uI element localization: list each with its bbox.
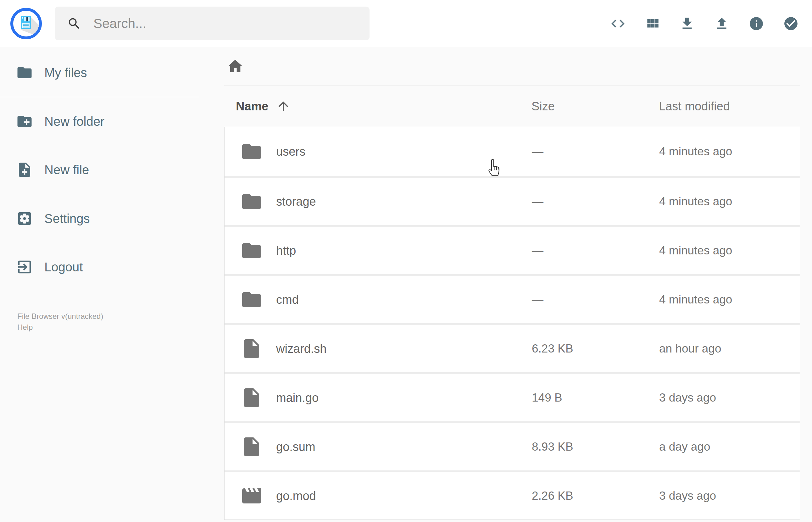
sidebar-item-label: New file [44,163,89,177]
sort-ascending-icon [276,99,290,114]
create-folder-icon [16,113,33,130]
sidebar-item-label: Settings [44,212,90,226]
column-header-size[interactable]: Size [531,100,659,113]
home-button[interactable] [226,58,244,75]
breadcrumb [224,47,800,86]
top-bar [0,0,812,47]
search-icon [67,16,81,31]
file-modified: 4 minutes ago [659,145,800,158]
file-modified: a day ago [659,440,800,454]
sidebar-item-my-files[interactable]: My files [0,48,199,97]
sidebar-item-logout[interactable]: Logout [0,243,199,291]
help-link[interactable]: Help [17,322,103,333]
file-size: 6.23 KB [532,342,659,355]
file-name: users [276,145,532,159]
sidebar-footer: File Browser v(untracked) Help [17,311,103,333]
file-icon [240,436,276,458]
file-icon [240,337,276,360]
file-size: — [532,293,659,306]
sidebar: My files New folder New file Sett [0,47,199,522]
file-size: 2.26 KB [532,489,659,502]
file-size: — [532,244,659,257]
file-modified: 3 days ago [659,391,800,404]
search-bar[interactable] [55,6,369,40]
upload-button[interactable] [714,15,730,32]
table-row[interactable]: cmd — 4 minutes ago [225,274,800,323]
sidebar-item-label: New folder [44,115,104,128]
download-icon [679,16,695,32]
floppy-disk-logo-icon [11,35,42,40]
file-name: main.go [276,391,532,405]
file-name: storage [276,195,532,208]
sidebar-item-new-folder[interactable]: New folder [0,97,199,146]
file-name: wizard.sh [276,342,532,356]
info-icon [749,16,764,32]
table-row[interactable]: users — 4 minutes ago [225,127,800,176]
file-modified: an hour ago [659,342,800,355]
file-size: — [532,145,659,158]
table-row[interactable]: go.mod 2.26 KB 3 days ago [225,470,800,520]
movie-icon [240,485,276,507]
file-modified: 4 minutes ago [659,293,800,306]
table-row[interactable]: storage — 4 minutes ago [225,176,800,225]
file-modified: 4 minutes ago [659,244,800,257]
file-name: go.mod [276,489,532,503]
sidebar-item-new-file[interactable]: New file [0,146,199,194]
folder-icon [16,64,33,81]
home-icon [226,58,244,75]
sidebar-item-label: My files [44,66,87,80]
select-multiple-button[interactable] [783,15,799,32]
file-size: 8.93 KB [532,440,659,454]
grid-view-icon [645,16,661,32]
shell-button[interactable] [610,15,626,32]
listing-header: Name Size Last modified [224,86,800,127]
file-listing-area: Name Size Last modified users — 4 minute… [224,47,800,520]
table-row[interactable]: main.go 149 B 3 days ago [225,372,800,421]
app-logo[interactable] [11,8,42,39]
file-size: — [532,195,659,208]
table-row[interactable]: go.sum 8.93 KB a day ago [225,421,800,470]
table-row[interactable]: wizard.sh 6.23 KB an hour ago [225,323,800,372]
folder-icon [240,239,276,262]
sidebar-item-settings[interactable]: Settings [0,194,199,243]
download-button[interactable] [679,15,695,32]
create-file-icon [16,161,33,178]
file-size: 149 B [532,391,659,404]
info-button[interactable] [748,15,765,32]
header-actions [610,0,799,47]
file-name: cmd [276,293,532,307]
file-modified: 4 minutes ago [659,195,800,208]
file-name: http [276,244,532,258]
file-name: go.sum [276,440,532,454]
upload-icon [714,16,730,32]
app-version: File Browser v(untracked) [17,311,103,322]
folder-icon [240,190,276,213]
folder-icon [240,288,276,311]
column-header-modified[interactable]: Last modified [659,100,800,113]
folder-icon [240,140,276,163]
column-header-name[interactable]: Name [236,99,531,114]
file-listing: users — 4 minutes ago storage — 4 minute… [224,127,800,520]
search-input[interactable] [94,16,351,31]
switch-view-button[interactable] [644,15,661,32]
check-circle-icon [783,16,799,32]
file-icon [240,386,276,409]
filebrowser-app: My files New folder New file Sett [0,0,812,522]
file-modified: 3 days ago [659,489,800,502]
sidebar-item-label: Logout [44,260,83,274]
table-row[interactable]: http — 4 minutes ago [225,225,800,274]
logout-icon [16,259,33,276]
code-icon [610,16,626,32]
settings-icon [16,210,33,227]
